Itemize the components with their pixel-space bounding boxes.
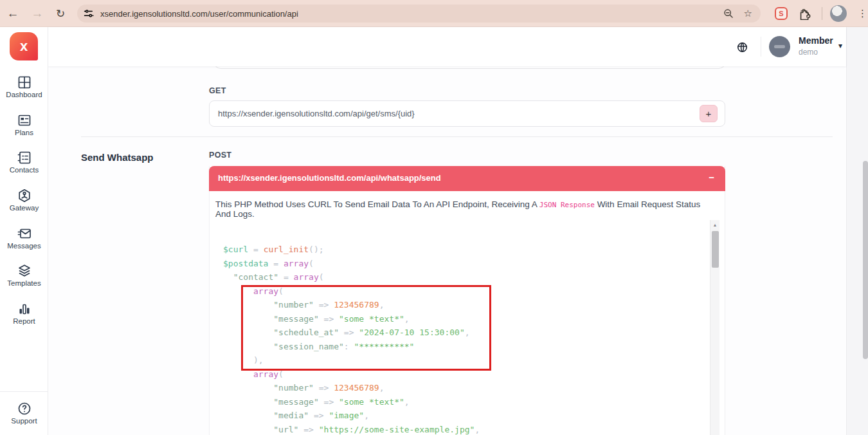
support-icon (17, 401, 32, 416)
browser-forward-icon[interactable]: → (28, 0, 46, 27)
header-divider (761, 37, 761, 57)
user-role: demo (799, 48, 818, 57)
post-method-label: POST (209, 151, 231, 160)
adblock-extension-icon[interactable]: S (775, 7, 788, 20)
sidebar-nav: Dashboard Plans Contacts Gateway (0, 75, 48, 339)
bookmark-star-icon[interactable]: ☆ (744, 5, 752, 23)
sidebar-item-label: Report (13, 317, 35, 325)
add-endpoint-button[interactable]: + (700, 105, 718, 122)
code-line: "schedule_at" => "2024-07-10 15:30:00", (223, 326, 480, 340)
sidebar-item-contacts[interactable]: Contacts (0, 150, 48, 188)
dashboard-icon (17, 75, 32, 90)
inline-code-badge: JSON Response (539, 201, 595, 209)
browser-profile-avatar[interactable] (830, 5, 847, 22)
plans-icon (17, 113, 32, 128)
code-line: "message" => "some *text*", (223, 395, 480, 409)
code-line: array( (223, 284, 480, 299)
app-viewport: x Dashboard Plans Contacts (0, 27, 868, 435)
section-divider (81, 136, 833, 137)
whatsapp-endpoint-panel: https://xsender.igensolutionsltd.com/api… (209, 166, 725, 435)
user-name: Member (799, 35, 833, 46)
sidebar-item-report[interactable]: Report (0, 301, 48, 339)
contacts-icon (17, 150, 32, 165)
code-line: "number" => 123456789, (223, 381, 480, 395)
sidebar-item-label: Messages (7, 242, 41, 250)
sidebar-item-templates[interactable]: Templates (0, 263, 48, 301)
endpoint-header-bar[interactable]: https://xsender.igensolutionsltd.com/api… (209, 166, 725, 191)
sidebar-item-label: Support (11, 417, 37, 425)
code-line: "contact" = array( (223, 270, 480, 284)
code-line: array( (223, 367, 480, 382)
user-avatar[interactable] (769, 36, 790, 57)
endpoint-url: https://xsender.igensolutionsltd.com/api… (218, 173, 441, 183)
section-title: Send Whatsapp (81, 152, 154, 163)
code-scrollbar-thumb[interactable] (712, 231, 719, 268)
collapse-minus-icon[interactable]: − (709, 172, 714, 183)
extensions-puzzle-icon[interactable] (799, 8, 811, 20)
scroll-up-arrow-icon[interactable]: ▲ (710, 220, 719, 230)
endpoint-description: This PHP Method Uses CURL To Send Email … (215, 199, 710, 219)
description-text: This PHP Method Uses CURL To Send Email … (215, 199, 539, 209)
site-info-icon[interactable] (84, 8, 94, 19)
sidebar-item-label: Contacts (10, 166, 39, 174)
code-block: $curl = curl_init();$postdata = array( "… (223, 243, 480, 435)
language-globe-icon[interactable] (736, 41, 748, 53)
app-header: Member demo ▾ (48, 27, 846, 66)
url-text: xsender.igensolutionsltd.com/user/commun… (100, 9, 298, 19)
zoom-indicator-icon[interactable] (723, 5, 734, 23)
messages-icon (17, 226, 32, 241)
sidebar-item-label: Plans (15, 129, 33, 136)
sidebar-item-plans[interactable]: Plans (0, 113, 48, 151)
sidebar-item-gateway[interactable]: Gateway (0, 188, 48, 226)
sidebar-item-label: Gateway (10, 204, 39, 212)
templates-icon (17, 263, 32, 279)
code-line: $curl = curl_init(); (223, 243, 480, 257)
sidebar-item-label: Templates (7, 279, 41, 287)
xsender-logo[interactable]: x (10, 32, 38, 60)
address-bar[interactable]: xsender.igensolutionsltd.com/user/commun… (77, 5, 761, 23)
sidebar-item-label: Dashboard (6, 91, 42, 98)
get-endpoint-input[interactable] (210, 101, 725, 126)
code-scrollbar[interactable]: ▲ (710, 220, 719, 435)
code-line: ), (223, 353, 480, 367)
code-line: "url" => "https://some-site-example.jpg"… (223, 423, 480, 435)
page-scrollbar-track[interactable] (846, 27, 868, 435)
toolbar-divider (822, 7, 822, 20)
get-endpoint-field: + (209, 100, 725, 127)
report-icon (17, 301, 32, 317)
sidebar-item-dashboard[interactable]: Dashboard (0, 75, 48, 113)
code-line: "message" => "some *text*", (223, 312, 480, 326)
code-line: "media" => "image", (223, 409, 480, 423)
code-line: "session_name": "**********" (223, 340, 480, 354)
sidebar-footer: Support (0, 391, 48, 435)
sidebar: x Dashboard Plans Contacts (0, 27, 48, 435)
browser-menu-icon[interactable]: ⋮ (858, 8, 867, 19)
user-menu-caret-icon[interactable]: ▾ (838, 41, 842, 50)
get-method-label: GET (209, 86, 226, 95)
code-line: $postdata = array( (223, 257, 480, 271)
sidebar-item-messages[interactable]: Messages (0, 226, 48, 264)
browser-back-icon[interactable]: ← (4, 0, 22, 27)
browser-reload-icon[interactable]: ↻ (51, 0, 69, 27)
gateway-icon (17, 188, 32, 203)
code-line: "number" => 123456789, (223, 298, 480, 312)
page-scrollbar-thumb[interactable] (863, 161, 868, 359)
browser-toolbar: ← → ↻ xsender.igensolutionsltd.com/user/… (0, 0, 868, 27)
sidebar-item-support[interactable]: Support (0, 401, 48, 425)
